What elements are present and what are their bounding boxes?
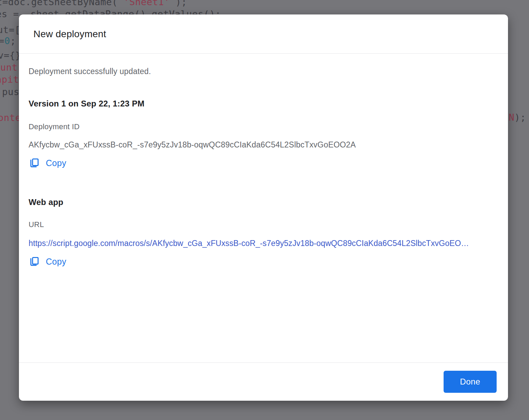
- copy-button-label: Copy: [46, 158, 66, 168]
- web-app-heading: Web app: [29, 197, 498, 207]
- copy-url-button[interactable]: Copy: [29, 255, 67, 268]
- code-line: t=doc.getSheetByName( 'Sheet1' );: [0, 0, 187, 7]
- new-deployment-dialog: New deployment Deployment successfully u…: [19, 14, 508, 401]
- code-fragment: N);: [509, 112, 526, 123]
- status-message: Deployment successfully updated.: [29, 67, 498, 76]
- code-fragment: apit: [0, 74, 19, 85]
- done-button[interactable]: Done: [444, 371, 497, 393]
- copy-deployment-id-button[interactable]: Copy: [29, 156, 67, 170]
- web-app-url-link[interactable]: https://script.google.com/macros/s/AKfyc…: [29, 239, 498, 248]
- copy-icon: [29, 256, 40, 267]
- dialog-footer: Done: [19, 362, 508, 401]
- code-fragment: ut=[: [0, 25, 20, 35]
- version-heading: Version 1 on Sep 22, 1:23 PM: [29, 99, 498, 109]
- deployment-id-value: AKfycbw_cGa_xFUxssB-coR_-s7e9y5zJv18b-oq…: [29, 140, 498, 150]
- code-fragment: ount: [0, 62, 18, 73]
- code-fragment: =0;: [0, 36, 16, 46]
- url-label: URL: [29, 220, 498, 229]
- code-fragment: onte: [0, 113, 21, 123]
- copy-button-label: Copy: [46, 257, 66, 267]
- dialog-title: New deployment: [33, 29, 106, 40]
- dialog-header: New deployment: [19, 14, 508, 54]
- deployment-id-label: Deployment ID: [29, 122, 498, 131]
- dialog-body: Deployment successfully updated. Version…: [19, 54, 508, 362]
- copy-icon: [29, 158, 40, 168]
- code-fragment: v={}: [0, 50, 21, 61]
